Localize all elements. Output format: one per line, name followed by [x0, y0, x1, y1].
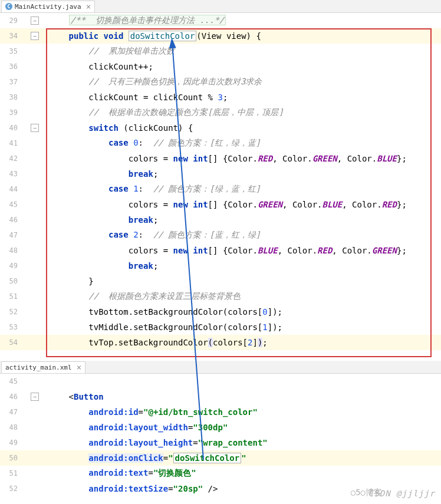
code-content[interactable]: tvBottom.setBackgroundColor(colors[0]); — [39, 307, 441, 317]
line-number: 51 — [0, 292, 18, 301]
line-number: 50 — [0, 277, 18, 285]
tab-label: activity_main.xml — [5, 364, 72, 371]
code-content[interactable]: // 根据颜色方案来设置三层标签背景色 — [39, 291, 441, 302]
code-line[interactable]: 47 case 2: // 颜色方案：[蓝，红，绿] — [0, 228, 441, 243]
line-number: 40 — [0, 124, 18, 132]
line-number: 51 — [0, 469, 18, 477]
code-line[interactable]: 49 android:layout_height="wrap_content" — [0, 435, 441, 450]
code-content[interactable] — [39, 353, 441, 361]
fold-toggle-icon[interactable]: − — [31, 17, 39, 25]
line-number: 39 — [0, 108, 18, 117]
code-line[interactable]: 47 android:id="@+id/btn_switch_color" — [0, 404, 441, 420]
fold-toggle-icon[interactable]: − — [31, 32, 39, 40]
code-line[interactable]: 39 // 根据单击次数确定颜色方案[底层，中层，顶层] — [0, 105, 441, 120]
code-line[interactable]: 40− switch (clickCount) { — [0, 120, 441, 136]
code-line[interactable]: 37 // 只有三种颜色切换，因此单击次数对3求余 — [0, 74, 441, 90]
code-content[interactable]: colors = new int[] {Color.BLUE, Color.RE… — [39, 246, 441, 255]
line-number: 36 — [0, 62, 18, 71]
close-icon[interactable] — [86, 4, 91, 9]
line-number: 29 — [0, 17, 18, 25]
watermark: CSDN @jjljjr — [368, 489, 435, 498]
code-line[interactable]: 48 colors = new int[] {Color.BLUE, Color… — [0, 243, 441, 258]
code-content[interactable]: case 2: // 颜色方案：[蓝，红，绿] — [39, 230, 441, 241]
line-number: 48 — [0, 423, 18, 431]
line-number: 46 — [0, 393, 18, 401]
tab-bar-top: C MainActivity.java — [0, 0, 441, 13]
line-number: 52 — [0, 485, 18, 493]
code-line[interactable]: 42 colors = new int[] {Color.RED, Color.… — [0, 151, 441, 166]
code-content[interactable]: // 累加按钮单击次数 — [39, 46, 441, 57]
fold-toggle-icon[interactable]: − — [31, 124, 39, 132]
code-content[interactable]: break; — [39, 261, 441, 271]
code-content[interactable]: break; — [39, 215, 441, 225]
code-line[interactable]: 46 break; — [0, 212, 441, 228]
code-content[interactable]: android:onClick="doSwitchColor" — [39, 453, 441, 463]
code-content[interactable]: switch (clickCount) { — [39, 123, 441, 133]
java-class-icon: C — [5, 3, 12, 10]
close-icon[interactable] — [77, 365, 81, 370]
tab-activity-main-xml[interactable]: activity_main.xml — [1, 361, 85, 373]
code-line[interactable]: 38 clickCount = clickCount % 3; — [0, 90, 441, 105]
code-content[interactable]: colors = new int[] {Color.GREEN, Color.B… — [39, 200, 441, 209]
code-line[interactable]: 51 // 根据颜色方案来设置三层标签背景色 — [0, 289, 441, 304]
code-content[interactable]: <Button — [39, 392, 441, 401]
code-line[interactable]: 34− public void doSwitchColor(View view)… — [0, 28, 441, 44]
code-line[interactable]: 52 tvBottom.setBackgroundColor(colors[0]… — [0, 304, 441, 319]
code-content[interactable]: colors = new int[] {Color.RED, Color.GRE… — [39, 154, 441, 163]
code-line[interactable]: 50 } — [0, 274, 441, 289]
tab-bar-bottom: activity_main.xml — [0, 361, 441, 374]
code-line[interactable]: 36 clickCount++; — [0, 59, 441, 74]
code-line[interactable]: 45 — [0, 374, 441, 389]
code-line[interactable]: 45 colors = new int[] {Color.GREEN, Colo… — [0, 197, 441, 212]
line-number: 49 — [0, 439, 18, 447]
code-line[interactable]: 43 break; — [0, 166, 441, 182]
code-content[interactable]: android:text="切换颜色" — [39, 468, 441, 479]
line-number: 38 — [0, 93, 18, 101]
code-line[interactable]: 46− <Button — [0, 389, 441, 404]
code-content[interactable]: // 只有三种颜色切换，因此单击次数对3求余 — [39, 77, 441, 87]
code-content[interactable]: case 1: // 颜色方案：[绿，蓝，红] — [39, 184, 441, 195]
line-number: 52 — [0, 308, 18, 316]
code-content[interactable]: break; — [39, 169, 441, 179]
xml-editor[interactable]: 4546− <Button47 android:id="@+id/btn_swi… — [0, 374, 441, 503]
tab-label: MainActivity.java — [15, 3, 81, 11]
line-number: 41 — [0, 139, 18, 147]
code-content[interactable]: /** 切换颜色单击事件处理方法 ...*/ — [39, 15, 441, 26]
code-line[interactable]: 41 case 0: // 颜色方案：[红，绿，蓝] — [0, 136, 441, 151]
tab-main-activity[interactable]: C MainActivity.java — [1, 1, 95, 12]
code-content[interactable]: public void doSwitchColor(View view) { — [39, 31, 441, 41]
code-line[interactable]: 49 break; — [0, 258, 441, 274]
code-content[interactable]: android:layout_height="wrap_content" — [39, 438, 441, 447]
line-number: 46 — [0, 216, 18, 224]
code-line[interactable]: 53 tvMiddle.setBackgroundColor(colors[1]… — [0, 319, 441, 335]
code-line[interactable]: 35 // 累加按钮单击次数 — [0, 44, 441, 59]
code-content[interactable]: case 0: // 颜色方案：[红，绿，蓝] — [39, 138, 441, 149]
line-number: 47 — [0, 408, 18, 416]
code-content[interactable]: android:layout_width="300dp" — [39, 423, 441, 432]
code-content[interactable]: clickCount++; — [39, 62, 441, 71]
java-editor[interactable]: 29− /** 切换颜色单击事件处理方法 ...*/34− public voi… — [0, 13, 441, 361]
code-content[interactable]: android:id="@+id/btn_switch_color" — [39, 407, 441, 417]
code-line[interactable]: 54 tvTop.setBackgroundColor(colors[2]); — [0, 335, 441, 350]
line-number: 50 — [0, 454, 18, 462]
line-number: 49 — [0, 262, 18, 270]
code-content[interactable]: } — [39, 276, 441, 286]
line-number: 37 — [0, 78, 18, 86]
code-content[interactable]: tvTop.setBackgroundColor(colors[2]); — [39, 338, 441, 347]
code-content[interactable]: tvMiddle.setBackgroundColor(colors[1]); — [39, 322, 441, 332]
code-line[interactable]: 48 android:layout_width="300dp" — [0, 420, 441, 435]
fold-toggle-icon[interactable]: − — [31, 393, 39, 401]
line-number: 35 — [0, 47, 18, 55]
code-content[interactable]: clickCount = clickCount % 3; — [39, 93, 441, 102]
code-line[interactable]: 44 case 1: // 颜色方案：[绿，蓝，红] — [0, 182, 441, 197]
code-line[interactable]: 51 android:text="切换颜色" — [0, 466, 441, 481]
code-content[interactable]: // 根据单击次数确定颜色方案[底层，中层，顶层] — [39, 107, 441, 118]
line-number: 53 — [0, 323, 18, 331]
code-line[interactable] — [0, 350, 441, 361]
line-number: 42 — [0, 154, 18, 163]
code-line[interactable]: 50 android:onClick="doSwitchColor" — [0, 450, 441, 466]
line-number: 45 — [0, 377, 18, 386]
line-number: 45 — [0, 200, 18, 209]
line-number: 43 — [0, 170, 18, 178]
code-line[interactable]: 29− /** 切换颜色单击事件处理方法 ...*/ — [0, 13, 441, 28]
